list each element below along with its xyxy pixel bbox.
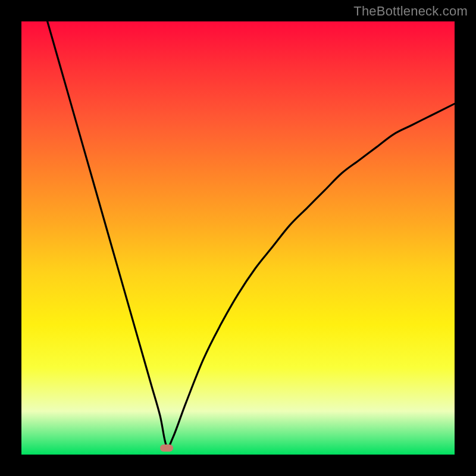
bottleneck-curve: [21, 21, 455, 455]
watermark-text: TheBottleneck.com: [353, 4, 468, 19]
chart-frame: TheBottleneck.com: [0, 0, 476, 476]
plot-area: [21, 21, 455, 455]
optimal-point-marker: [160, 444, 173, 452]
